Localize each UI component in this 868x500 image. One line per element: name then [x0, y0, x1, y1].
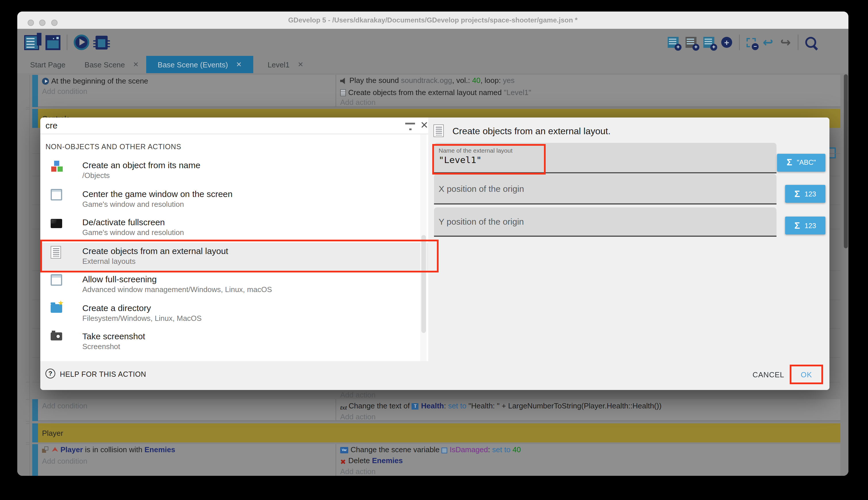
list-item-de-activate-fullscreen[interactable]: De/activate fullscreenGame's window and … [40, 214, 428, 242]
item-subtitle: Advanced window management/Windows, Linu… [82, 285, 272, 294]
item-subtitle: Filesystem/Windows, Linux, MacOS [82, 314, 202, 322]
events-scrollbar[interactable] [844, 74, 848, 248]
add-condition-link[interactable]: Add condition [42, 457, 87, 465]
action-row-create-objects[interactable]: Create objects from the external layout … [340, 88, 531, 96]
action-list-pane: cre ✕ NON-OBJECTS AND OTHER ACTIONS Crea… [40, 117, 428, 361]
action-row-change-text[interactable]: txtChange the text of Health: set to "He… [340, 401, 662, 411]
layout-doc-icon [51, 246, 61, 258]
expression-builder-123-button[interactable]: Σ 123 [785, 185, 825, 203]
x-position-field[interactable]: X position of the origin [434, 174, 776, 204]
event-drag-handle[interactable] [32, 423, 38, 442]
tab-close-icon[interactable]: ✕ [236, 60, 242, 69]
help-link[interactable]: HELP FOR THIS ACTION [60, 371, 146, 378]
tab-close-icon[interactable]: ✕ [133, 60, 139, 69]
ok-button[interactable]: OK [790, 365, 823, 384]
tab-base-scene-events-[interactable]: Base Scene (Events)✕ [146, 56, 253, 73]
add-subevent-icon[interactable] [685, 37, 696, 48]
list-item-create-a-directory[interactable]: Create a directoryFilesystem/Windows, Li… [40, 299, 428, 328]
tab-bar: Start PageBase Scene✕Base Scene (Events)… [17, 56, 848, 73]
close-icon[interactable]: ✕ [420, 119, 429, 131]
group-header-player[interactable]: Player [32, 423, 840, 442]
tab-level1[interactable]: Level1✕ [253, 56, 318, 73]
item-title: Take screenshot [82, 331, 145, 341]
txt-icon: txt [340, 404, 347, 411]
undo-icon[interactable]: ↩ [763, 36, 773, 49]
begin-icon [42, 78, 49, 85]
delete-icon [340, 458, 346, 465]
event-gutter [30, 75, 30, 476]
window-icon [51, 189, 62, 200]
debug-icon[interactable] [96, 35, 108, 49]
event-drag-handle[interactable] [32, 399, 38, 421]
tab-start-page[interactable]: Start Page [17, 56, 78, 73]
list-item-allow-full-screening[interactable]: Allow full-screeningAdvanced window mana… [40, 271, 428, 299]
field-placeholder: Y position of the origin [438, 207, 524, 236]
filter-icon[interactable] [405, 123, 415, 130]
name-of-external-layout-field[interactable]: Name of the external layout "Level1" [434, 143, 776, 173]
window-icon [51, 274, 62, 286]
field-label: Name of the external layout [438, 147, 513, 154]
help-icon[interactable]: ? [46, 369, 55, 378]
dialog-footer: ? HELP FOR THIS ACTION CANCEL OK [40, 361, 830, 390]
fullscreen-icon [51, 219, 62, 228]
item-title: Create an object from its name [82, 160, 200, 170]
tab-label: Base Scene (Events) [158, 60, 228, 69]
project-manager-icon[interactable] [24, 35, 39, 50]
camera-icon [51, 332, 62, 340]
add-condition-link[interactable]: Add condition [42, 87, 87, 95]
layout-doc-chip [340, 89, 346, 96]
add-action-link[interactable]: Add action [340, 467, 376, 476]
event-drag-handle[interactable] [32, 75, 38, 107]
list-item-create-an-object-from-its-name[interactable]: Create an object from its name/Objects [40, 157, 428, 185]
action-list: Create an object from its name/ObjectsCe… [40, 157, 428, 356]
list-scrollbar[interactable] [420, 134, 426, 361]
speaker-icon [340, 78, 347, 84]
text-object-icon [412, 403, 419, 410]
collision-icon [42, 446, 49, 453]
y-position-field[interactable]: Y position of the origin [434, 207, 776, 237]
list-item-center-the-game-window-on-the-screen[interactable]: Center the game window on the screenGame… [40, 185, 428, 214]
tab-label: Base Scene [85, 60, 125, 69]
titlebar: GDevelop 5 - /Users/dkarakay/Documents/G… [17, 12, 848, 29]
list-item-create-objects-from-an-external-layout[interactable]: Create objects from an external layoutEx… [40, 242, 428, 271]
field-value[interactable]: "Level1" [438, 155, 481, 165]
add-comment-icon[interactable] [703, 37, 714, 48]
delete-event-icon[interactable] [747, 38, 756, 47]
tab-label: Start Page [30, 60, 66, 69]
add-event-icon[interactable] [668, 37, 679, 48]
tab-close-icon[interactable]: ✕ [297, 60, 303, 69]
window-title: GDevelop 5 - /Users/dkarakay/Documents/G… [17, 12, 848, 29]
section-header: NON-OBJECTS AND OTHER ACTIONS [46, 143, 181, 151]
list-item-take-screenshot[interactable]: Take screenshotScreenshot [40, 328, 428, 356]
item-subtitle: External layouts [82, 257, 136, 265]
objects-cubes-icon [51, 160, 64, 174]
action-detail-pane: Create objects from an external layout. … [428, 117, 830, 361]
toolbar: ↩ ↪ [17, 29, 848, 56]
add-action-link[interactable]: Add action [340, 98, 376, 106]
condition-row[interactable]: At the beginning of the scene [42, 77, 148, 85]
expression-builder-abc-button[interactable]: Σ "ABC" [777, 154, 825, 172]
condition-row-collision[interactable]: Player is in collision with Enemies [42, 445, 175, 454]
add-action-link[interactable]: Add action [340, 390, 376, 399]
sigma-icon: Σ [794, 189, 800, 199]
screen: GDevelop 5 - /Users/dkarakay/Documents/G… [0, 0, 868, 500]
expression-builder-123-button[interactable]: Σ 123 [785, 217, 825, 235]
open-scene-editor-icon[interactable] [46, 35, 60, 50]
event-drag-handle[interactable] [32, 109, 38, 128]
folder-icon [51, 304, 62, 312]
search-input[interactable]: cre [46, 121, 58, 130]
search-events-icon[interactable] [805, 37, 816, 48]
redo-icon[interactable]: ↪ [780, 36, 791, 49]
action-row-delete[interactable]: Delete Enemies [340, 456, 403, 465]
event-drag-handle[interactable] [32, 444, 38, 476]
toolbar-divider [798, 35, 798, 50]
action-row-change-variable[interactable]: Change the scene variable IsDamaged: set… [340, 445, 521, 454]
play-preview-icon[interactable] [74, 35, 89, 50]
action-row-play-sound[interactable]: Play the sound soundtrack.ogg, vol.: 40,… [340, 76, 515, 85]
cancel-button[interactable]: CANCEL [748, 371, 788, 379]
item-subtitle: Game's window and resolution [82, 200, 184, 208]
add-action-link[interactable]: Add action [340, 412, 376, 421]
add-condition-link[interactable]: Add condition [42, 401, 87, 410]
add-new-event-icon[interactable] [721, 37, 732, 48]
tab-base-scene[interactable]: Base Scene✕ [78, 56, 145, 73]
